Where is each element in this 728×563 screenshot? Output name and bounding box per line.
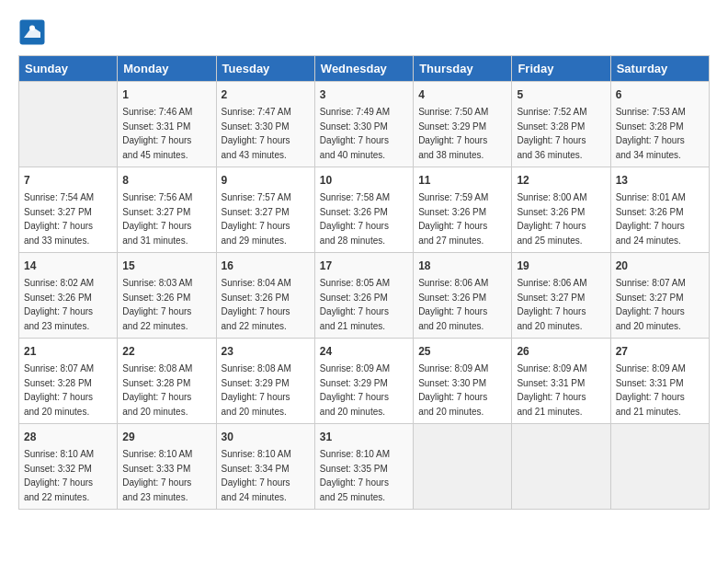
day-info-line: and 25 minutes. — [320, 490, 408, 505]
day-info-line: Daylight: 7 hours — [418, 304, 506, 319]
calendar-cell: 14Sunrise: 8:02 AMSunset: 3:26 PMDayligh… — [19, 253, 118, 339]
day-info-line: and 29 minutes. — [222, 234, 310, 248]
calendar-cell: 30Sunrise: 8:10 AMSunset: 3:34 PMDayligh… — [216, 424, 314, 510]
calendar-table: SundayMondayTuesdayWednesdayThursdayFrid… — [18, 55, 710, 510]
day-number: 15 — [122, 258, 210, 274]
day-header-tuesday: Tuesday — [216, 56, 314, 82]
day-info-line: Sunrise: 7:58 AM — [320, 190, 408, 205]
day-info-line: Sunset: 3:26 PM — [320, 291, 408, 305]
day-info-line: Daylight: 7 hours — [24, 390, 112, 405]
calendar-cell: 11Sunrise: 7:59 AMSunset: 3:26 PMDayligh… — [414, 167, 512, 253]
calendar-cell: 6Sunrise: 7:53 AMSunset: 3:28 PMDaylight… — [610, 82, 709, 167]
day-info-line: and 20 minutes. — [517, 319, 605, 334]
day-info-line: Daylight: 7 hours — [517, 133, 605, 148]
day-info-line: Daylight: 7 hours — [320, 476, 408, 490]
day-number: 1 — [122, 86, 210, 103]
day-info-line: Sunrise: 8:10 AM — [320, 447, 408, 462]
day-info-line: Sunrise: 7:59 AM — [418, 190, 506, 205]
day-info-line: Sunset: 3:26 PM — [24, 291, 112, 305]
calendar-cell: 13Sunrise: 8:01 AMSunset: 3:26 PMDayligh… — [610, 167, 709, 253]
day-number: 5 — [517, 86, 605, 103]
day-number: 13 — [616, 172, 704, 189]
day-info-line: and 33 minutes. — [24, 234, 112, 248]
day-info-line: and 23 minutes. — [24, 319, 112, 334]
day-number: 14 — [24, 258, 112, 274]
day-header-saturday: Saturday — [610, 56, 709, 82]
day-info-line: Sunset: 3:28 PM — [517, 120, 605, 134]
day-info-line: Sunrise: 8:08 AM — [222, 362, 310, 376]
day-number: 30 — [222, 429, 310, 445]
day-number: 26 — [517, 343, 605, 360]
calendar-cell: 4Sunrise: 7:50 AMSunset: 3:29 PMDaylight… — [414, 82, 512, 167]
calendar-cell: 8Sunrise: 7:56 AMSunset: 3:27 PMDaylight… — [118, 167, 216, 253]
day-info-line: Sunset: 3:27 PM — [122, 205, 210, 220]
day-info-line: and 21 minutes. — [616, 405, 704, 419]
day-info-line: Sunrise: 8:04 AM — [222, 276, 310, 291]
day-info-line: Sunrise: 8:10 AM — [24, 447, 112, 462]
calendar-cell: 2Sunrise: 7:47 AMSunset: 3:30 PMDaylight… — [216, 82, 314, 167]
day-info-line: Daylight: 7 hours — [320, 219, 408, 234]
day-number: 2 — [222, 86, 310, 103]
day-info-line: Sunrise: 7:46 AM — [122, 105, 210, 120]
day-info-line: Sunrise: 7:57 AM — [222, 190, 310, 205]
day-info-line: Daylight: 7 hours — [24, 476, 112, 490]
day-info-line: Sunset: 3:26 PM — [418, 291, 506, 305]
day-info-line: Daylight: 7 hours — [122, 219, 210, 234]
day-info-line: Sunrise: 8:06 AM — [418, 276, 506, 291]
day-info-line: and 20 minutes. — [222, 405, 310, 419]
day-info-line: Daylight: 7 hours — [517, 390, 605, 405]
calendar-cell: 19Sunrise: 8:06 AMSunset: 3:27 PMDayligh… — [512, 253, 610, 339]
day-info-line: Sunset: 3:35 PM — [320, 462, 408, 477]
day-number: 20 — [616, 258, 704, 274]
day-info-line: Daylight: 7 hours — [222, 304, 310, 319]
day-number: 24 — [320, 343, 408, 360]
calendar-cell: 10Sunrise: 7:58 AMSunset: 3:26 PMDayligh… — [314, 167, 413, 253]
day-number: 23 — [222, 343, 310, 360]
day-info-line: and 23 minutes. — [122, 490, 210, 505]
day-info-line: Sunset: 3:32 PM — [24, 462, 112, 477]
calendar-cell: 21Sunrise: 8:07 AMSunset: 3:28 PMDayligh… — [19, 339, 118, 424]
calendar-cell: 15Sunrise: 8:03 AMSunset: 3:26 PMDayligh… — [118, 253, 216, 339]
calendar-cell: 12Sunrise: 8:00 AMSunset: 3:26 PMDayligh… — [512, 167, 610, 253]
day-number: 21 — [24, 343, 112, 360]
day-info-line: Sunset: 3:28 PM — [616, 120, 704, 134]
day-number: 18 — [418, 258, 506, 274]
day-info-line: Sunset: 3:26 PM — [122, 291, 210, 305]
day-info-line: and 38 minutes. — [418, 148, 506, 163]
day-info-line: and 20 minutes. — [24, 405, 112, 419]
day-info-line: and 24 minutes. — [616, 234, 704, 248]
day-info-line: Sunrise: 7:53 AM — [616, 105, 704, 120]
day-number: 12 — [517, 172, 605, 189]
day-info-line: Daylight: 7 hours — [517, 219, 605, 234]
day-info-line: Daylight: 7 hours — [418, 219, 506, 234]
day-info-line: Sunset: 3:31 PM — [616, 376, 704, 391]
day-number: 17 — [320, 258, 408, 274]
calendar-week-row: 14Sunrise: 8:02 AMSunset: 3:26 PMDayligh… — [19, 253, 710, 339]
day-info-line: Sunset: 3:34 PM — [222, 462, 310, 477]
calendar-cell: 31Sunrise: 8:10 AMSunset: 3:35 PMDayligh… — [314, 424, 413, 510]
day-info-line: and 20 minutes. — [122, 405, 210, 419]
calendar-cell: 7Sunrise: 7:54 AMSunset: 3:27 PMDaylight… — [19, 167, 118, 253]
day-info-line: and 21 minutes. — [517, 405, 605, 419]
calendar-cell: 20Sunrise: 8:07 AMSunset: 3:27 PMDayligh… — [610, 253, 709, 339]
day-info-line: Sunset: 3:31 PM — [122, 120, 210, 134]
day-info-line: Daylight: 7 hours — [222, 219, 310, 234]
calendar-week-row: 7Sunrise: 7:54 AMSunset: 3:27 PMDaylight… — [19, 167, 710, 253]
day-info-line: Sunrise: 8:08 AM — [122, 362, 210, 376]
day-number: 7 — [24, 172, 112, 189]
day-info-line: Sunset: 3:30 PM — [418, 376, 506, 391]
day-info-line: and 36 minutes. — [517, 148, 605, 163]
day-info-line: and 22 minutes. — [222, 319, 310, 334]
calendar-cell: 16Sunrise: 8:04 AMSunset: 3:26 PMDayligh… — [216, 253, 314, 339]
day-info-line: Sunrise: 7:54 AM — [24, 190, 112, 205]
day-number: 22 — [122, 343, 210, 360]
day-number: 3 — [320, 86, 408, 103]
day-info-line: and 27 minutes. — [418, 234, 506, 248]
day-info-line: Daylight: 7 hours — [418, 390, 506, 405]
day-info-line: Daylight: 7 hours — [122, 390, 210, 405]
day-info-line: and 22 minutes. — [122, 319, 210, 334]
day-info-line: Sunset: 3:27 PM — [616, 291, 704, 305]
calendar-cell: 18Sunrise: 8:06 AMSunset: 3:26 PMDayligh… — [414, 253, 512, 339]
day-info-line: Daylight: 7 hours — [418, 133, 506, 148]
day-header-friday: Friday — [512, 56, 610, 82]
